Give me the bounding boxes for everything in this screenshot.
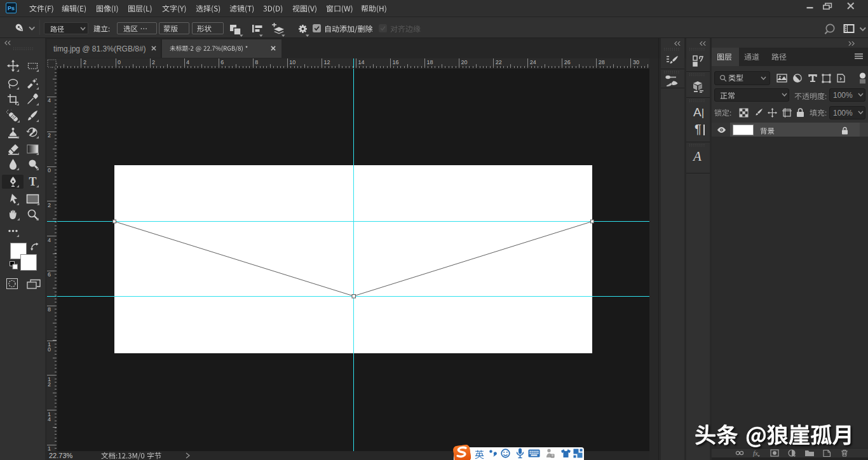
svg-text:16: 16 — [393, 59, 399, 65]
svg-text:T: T — [29, 175, 36, 187]
svg-text:2: 2 — [152, 59, 155, 65]
svg-text:4: 4 — [186, 59, 189, 65]
svg-text:0: 0 — [48, 167, 51, 173]
svg-text:2: 2 — [83, 59, 86, 65]
svg-text:20: 20 — [461, 59, 468, 65]
svg-text:0: 0 — [48, 346, 51, 353]
svg-text:26: 26 — [564, 59, 571, 65]
svg-text:8: 8 — [48, 306, 51, 313]
svg-text:6: 6 — [48, 271, 51, 278]
svg-text:28: 28 — [599, 59, 605, 65]
svg-text:10: 10 — [289, 59, 295, 65]
svg-text:4: 4 — [48, 237, 51, 243]
svg-text:24: 24 — [530, 59, 536, 65]
svg-text:0: 0 — [118, 59, 121, 65]
svg-text:12: 12 — [323, 59, 330, 65]
svg-text:2: 2 — [48, 381, 51, 388]
svg-text:14: 14 — [358, 59, 364, 65]
svg-text:2: 2 — [48, 132, 51, 139]
svg-text:4: 4 — [48, 416, 51, 423]
svg-text:8: 8 — [255, 59, 258, 65]
svg-text:22: 22 — [496, 59, 502, 65]
svg-text:4: 4 — [48, 97, 51, 104]
svg-text:18: 18 — [427, 59, 433, 65]
svg-text:2: 2 — [48, 202, 51, 208]
svg-text:6: 6 — [220, 59, 224, 65]
svg-text:fx: fx — [753, 449, 758, 457]
svg-text:30: 30 — [633, 59, 639, 65]
